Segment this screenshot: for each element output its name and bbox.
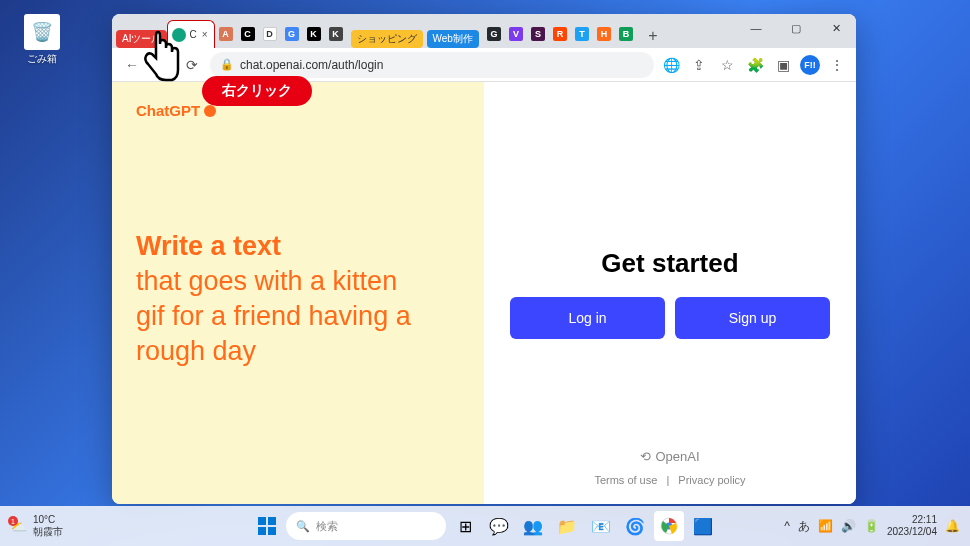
tab-item[interactable]: K [325, 20, 347, 48]
login-button[interactable]: Log in [510, 297, 665, 339]
tabgroup-web[interactable]: Web制作 [427, 30, 479, 48]
chevron-up-icon[interactable]: ^ [784, 519, 790, 533]
svg-rect-3 [268, 527, 276, 535]
lock-icon: 🔒 [220, 58, 234, 71]
edge-icon[interactable]: 🌀 [620, 511, 650, 541]
hero-panel: ChatGPT Write a text that goes with a ki… [112, 82, 484, 504]
auth-panel: Get started Log in Sign up ⟲ OpenAI Term… [484, 82, 856, 504]
favicon-icon: C [241, 27, 255, 41]
tab-item[interactable]: S [527, 20, 549, 48]
signup-button[interactable]: Sign up [675, 297, 830, 339]
tab-close-icon[interactable]: × [200, 29, 210, 40]
menu-icon[interactable]: ⋮ [826, 54, 848, 76]
favicon-icon: K [329, 27, 343, 41]
tab-item[interactable]: A [215, 20, 237, 48]
favicon-icon: T [575, 27, 589, 41]
taskbar: ⛅1 10°C 朝霞市 🔍 検索 ⊞ 💬 👥 📁 📧 🌀 🟦 ^ あ 📶 🔊 🔋 [0, 506, 970, 546]
chrome-icon[interactable] [654, 511, 684, 541]
wifi-icon[interactable]: 📶 [818, 519, 833, 533]
favicon-icon: V [509, 27, 523, 41]
window-controls: — ▢ ✕ [736, 14, 856, 42]
brand-dot-icon [204, 105, 216, 117]
annotation-right-click: 右クリック [202, 76, 312, 106]
tab-item[interactable]: G [483, 20, 505, 48]
taskbar-weather[interactable]: ⛅1 10°C 朝霞市 [10, 514, 63, 539]
weather-icon: ⛅1 [10, 518, 27, 534]
tab-item[interactable]: C [237, 20, 259, 48]
extensions-icon[interactable]: 🧩 [744, 54, 766, 76]
tab-item[interactable]: T [571, 20, 593, 48]
svg-rect-0 [258, 517, 266, 525]
profile-badge[interactable]: F!! [800, 55, 820, 75]
battery-icon[interactable]: 🔋 [864, 519, 879, 533]
svg-rect-1 [268, 517, 276, 525]
svg-rect-2 [258, 527, 266, 535]
page-content: ChatGPT Write a text that goes with a ki… [112, 82, 856, 504]
bookmark-star-icon[interactable]: ☆ [716, 54, 738, 76]
favicon-icon: H [597, 27, 611, 41]
favicon-icon: K [307, 27, 321, 41]
pinned-app-icon[interactable]: 👥 [518, 511, 548, 541]
recycle-bin[interactable]: 🗑️ ごみ箱 [20, 14, 64, 66]
tab-item[interactable]: B [615, 20, 637, 48]
footer: ⟲ OpenAI Terms of use | Privacy policy [594, 449, 745, 486]
auth-buttons: Log in Sign up [510, 297, 830, 339]
tab-item[interactable]: R [549, 20, 571, 48]
favicon-icon: S [531, 27, 545, 41]
pinned-app-icon[interactable]: 🟦 [688, 511, 718, 541]
tab-item[interactable]: K [303, 20, 325, 48]
openai-icon: ⟲ [640, 449, 651, 464]
side-panel-icon[interactable]: ▣ [772, 54, 794, 76]
tabgroup-shopping[interactable]: ショッピング [351, 30, 423, 48]
favicon-icon: B [619, 27, 633, 41]
url-field[interactable]: 🔒 chat.openai.com/auth/login [210, 52, 654, 78]
minimize-button[interactable]: — [736, 14, 776, 42]
taskbar-search[interactable]: 🔍 検索 [286, 512, 446, 540]
ime-indicator[interactable]: あ [798, 518, 810, 535]
maximize-button[interactable]: ▢ [776, 14, 816, 42]
hand-cursor-icon [128, 28, 188, 98]
system-tray: ^ あ 📶 🔊 🔋 22:11 2023/12/04 🔔 [784, 514, 960, 538]
tab-item[interactable]: H [593, 20, 615, 48]
tab-item[interactable]: D [259, 20, 281, 48]
task-view-icon[interactable]: ⊞ [450, 511, 480, 541]
favicon-icon: R [553, 27, 567, 41]
start-button[interactable] [252, 511, 282, 541]
get-started-title: Get started [601, 248, 738, 279]
footer-links: Terms of use | Privacy policy [594, 474, 745, 486]
notifications-icon[interactable]: 🔔 [945, 519, 960, 533]
share-icon[interactable]: ⇪ [688, 54, 710, 76]
close-window-button[interactable]: ✕ [816, 14, 856, 42]
openai-logo: ⟲ OpenAI [594, 449, 745, 464]
taskbar-clock[interactable]: 22:11 2023/12/04 [887, 514, 937, 538]
recycle-bin-label: ごみ箱 [27, 52, 57, 66]
privacy-link[interactable]: Privacy policy [678, 474, 745, 486]
explorer-icon[interactable]: 📁 [552, 511, 582, 541]
tab-item[interactable]: G [281, 20, 303, 48]
volume-icon[interactable]: 🔊 [841, 519, 856, 533]
favicon-icon: G [285, 27, 299, 41]
pinned-app-icon[interactable]: 📧 [586, 511, 616, 541]
tab-item[interactable]: V [505, 20, 527, 48]
url-text: chat.openai.com/auth/login [240, 58, 383, 72]
pinned-app-icon[interactable]: 💬 [484, 511, 514, 541]
hero-text: Write a text that goes with a kitten gif… [136, 229, 460, 369]
favicon-icon: D [263, 27, 277, 41]
taskbar-center: 🔍 検索 ⊞ 💬 👥 📁 📧 🌀 🟦 [252, 511, 718, 541]
new-tab-button[interactable]: + [641, 24, 665, 48]
favicon-icon: G [487, 27, 501, 41]
recycle-bin-icon: 🗑️ [24, 14, 60, 50]
terms-link[interactable]: Terms of use [594, 474, 657, 486]
favicon-icon: A [219, 27, 233, 41]
translate-icon[interactable]: 🌐 [660, 54, 682, 76]
search-icon: 🔍 [296, 520, 310, 533]
